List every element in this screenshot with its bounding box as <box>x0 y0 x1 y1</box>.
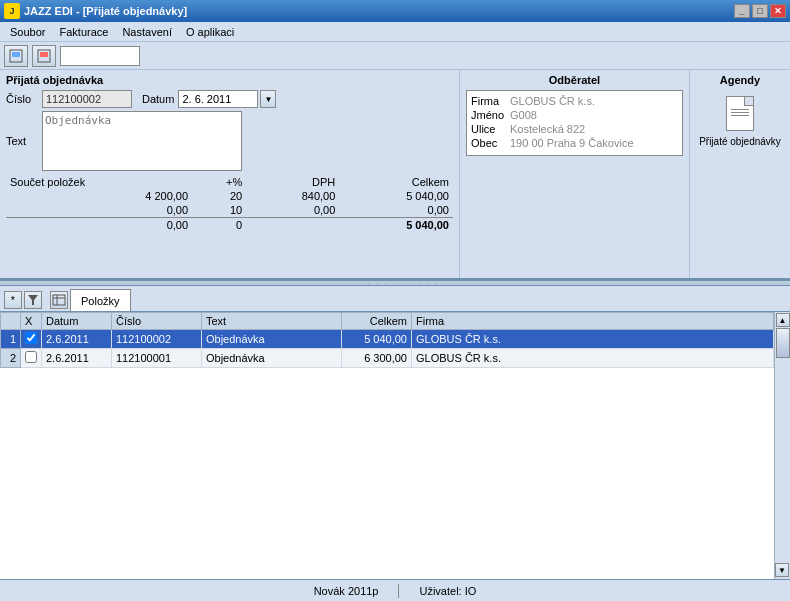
row-datum: 2.6.2011 <box>42 349 112 368</box>
status-divider <box>398 584 399 598</box>
toolbar-search-input[interactable] <box>60 46 140 66</box>
ulice-row: Ulice Kostelecká 822 <box>471 123 678 135</box>
agenda-prijate-objednavky[interactable]: Přijaté objednávky <box>695 92 785 151</box>
window-controls: _ □ ✕ <box>734 4 786 18</box>
agendy-title: Agendy <box>720 74 760 86</box>
jmeno-value: G008 <box>510 109 537 121</box>
sum-r2-c1: 0,00 <box>6 203 192 218</box>
agenda-label: Přijaté objednávky <box>699 136 781 147</box>
sum-r3-c3 <box>246 218 339 233</box>
close-button[interactable]: ✕ <box>770 4 786 18</box>
datum-field: ▼ <box>178 90 276 108</box>
sum-col-dph: DPH <box>246 175 339 189</box>
minimize-button[interactable]: _ <box>734 4 750 18</box>
row-celkem: 6 300,00 <box>342 349 412 368</box>
svg-rect-1 <box>12 52 20 57</box>
table-body: 1 2.6.2011 112100002 Objednávka 5 040,00… <box>1 330 774 368</box>
menu-fakturace[interactable]: Fakturace <box>53 25 114 39</box>
sum-row-1: 4 200,00 20 840,00 5 040,00 <box>6 189 453 203</box>
tab-asterisk-btn[interactable]: * <box>4 291 22 309</box>
cislo-label: Číslo <box>6 93 38 105</box>
toolbar-btn-2[interactable] <box>32 45 56 67</box>
sum-r1-c3: 840,00 <box>246 189 339 203</box>
scrollbar[interactable]: ▲ ▼ <box>774 312 790 579</box>
odberatel-box: Firma GLOBUS ČR k.s. Jméno G008 Ulice Ko… <box>466 90 683 156</box>
obec-label: Obec <box>471 137 506 149</box>
menu-soubor[interactable]: Soubor <box>4 25 51 39</box>
toolbar-btn-1[interactable] <box>4 45 28 67</box>
table-row[interactable]: 2 2.6.2011 112100001 Objednávka 6 300,00… <box>1 349 774 368</box>
cislo-input[interactable] <box>42 90 132 108</box>
right-panel: Odběratel Firma GLOBUS ČR k.s. Jméno G00… <box>460 70 690 278</box>
row-checkbox[interactable] <box>21 349 42 368</box>
datum-input[interactable] <box>178 90 258 108</box>
row-check-input[interactable] <box>25 332 37 344</box>
row-checkbox[interactable] <box>21 330 42 349</box>
jmeno-row: Jméno G008 <box>471 109 678 121</box>
th-firma: Firma <box>412 313 774 330</box>
svg-rect-3 <box>40 52 48 57</box>
row-cislo: 112100001 <box>112 349 202 368</box>
window-title: JAZZ EDI - [Přijaté objednávky] <box>24 5 187 17</box>
sum-r2-c2: 10 <box>192 203 246 218</box>
scroll-thumb[interactable] <box>776 328 790 358</box>
sum-col-celkem: Celkem <box>339 175 453 189</box>
left-panel: Přijatá objednávka Číslo Datum ▼ Text <box>0 70 460 278</box>
row-cislo: 112100002 <box>112 330 202 349</box>
menu-nastaveni[interactable]: Nastavení <box>116 25 178 39</box>
scroll-up-btn[interactable]: ▲ <box>776 313 790 327</box>
sum-r2-c3: 0,00 <box>246 203 339 218</box>
text-row: Text <box>6 111 453 171</box>
doc-line-3 <box>731 115 749 116</box>
obec-row: Obec 190 00 Praha 9 Čakovice <box>471 137 678 149</box>
ulice-label: Ulice <box>471 123 506 135</box>
sum-r2-c4: 0,00 <box>339 203 453 218</box>
text-label: Text <box>6 135 38 147</box>
tab-polozky[interactable]: Položky <box>70 289 131 311</box>
status-left: Novák 2011p <box>314 585 379 597</box>
firma-row: Firma GLOBUS ČR k.s. <box>471 95 678 107</box>
status-right: Uživatel: IO <box>419 585 476 597</box>
tab-filter-btn[interactable] <box>24 291 42 309</box>
row-firma: GLOBUS ČR k.s. <box>412 330 774 349</box>
row-text: Objednávka <box>202 349 342 368</box>
text-input[interactable] <box>42 111 242 171</box>
doc-line-1 <box>731 109 749 110</box>
row-celkem: 5 040,00 <box>342 330 412 349</box>
sum-r3-c2: 0 <box>192 218 246 233</box>
firma-value: GLOBUS ČR k.s. <box>510 95 595 107</box>
sum-col-plus: +% <box>192 175 246 189</box>
table-header-row: X Datum Číslo Text Celkem Firma <box>1 313 774 330</box>
row-check-input[interactable] <box>25 351 37 363</box>
th-x: X <box>21 313 42 330</box>
svg-marker-4 <box>28 295 38 305</box>
sum-row-2: 0,00 10 0,00 0,00 <box>6 203 453 218</box>
sum-table: Součet položek +% DPH Celkem 4 200,00 20… <box>6 175 453 232</box>
th-text: Text <box>202 313 342 330</box>
data-table: X Datum Číslo Text Celkem Firma 1 2.6.20… <box>0 312 774 368</box>
th-datum: Datum <box>42 313 112 330</box>
odberatel-title: Odběratel <box>466 74 683 86</box>
tab-table-btn[interactable] <box>50 291 68 309</box>
maximize-button[interactable]: □ <box>752 4 768 18</box>
sum-col-souhrn: Součet položek <box>6 175 192 189</box>
toolbar <box>0 42 790 70</box>
sum-r3-c4: 5 040,00 <box>339 218 453 233</box>
table-row[interactable]: 1 2.6.2011 112100002 Objednávka 5 040,00… <box>1 330 774 349</box>
app-icon: J <box>4 3 20 19</box>
th-cislo: Číslo <box>112 313 202 330</box>
scroll-down-btn[interactable]: ▼ <box>775 563 789 577</box>
agenda-doc-icon <box>724 96 756 134</box>
datum-dropdown[interactable]: ▼ <box>260 90 276 108</box>
menu-bar: Soubor Fakturace Nastavení O aplikaci <box>0 22 790 42</box>
menu-o-aplikaci[interactable]: O aplikaci <box>180 25 240 39</box>
row-text: Objednávka <box>202 330 342 349</box>
sum-r1-c2: 20 <box>192 189 246 203</box>
left-panel-title: Přijatá objednávka <box>6 74 453 86</box>
th-celkem: Celkem <box>342 313 412 330</box>
main-content: Přijatá objednávka Číslo Datum ▼ Text <box>0 70 790 579</box>
ulice-value: Kostelecká 822 <box>510 123 585 135</box>
title-bar: J JAZZ EDI - [Přijaté objednávky] _ □ ✕ <box>0 0 790 22</box>
svg-rect-5 <box>53 295 65 305</box>
bottom-section: * Položky X <box>0 286 790 579</box>
